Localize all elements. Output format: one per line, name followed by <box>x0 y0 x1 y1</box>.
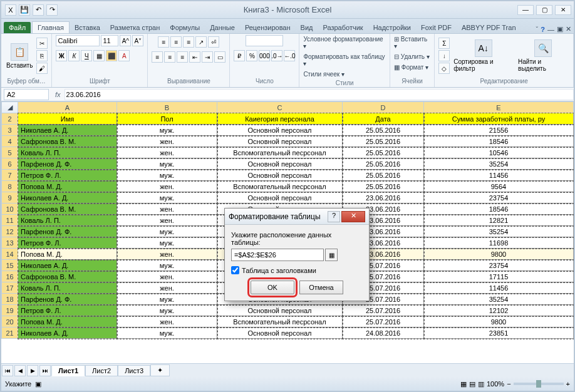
tab-data[interactable]: Данные <box>205 22 240 33</box>
dialog-help-button[interactable]: ? <box>328 211 340 222</box>
cell-category[interactable]: Основной персонал <box>217 305 343 316</box>
dialog-range-input[interactable] <box>231 249 324 261</box>
increase-decimal-button[interactable]: .0→ <box>271 50 282 61</box>
cell-name[interactable]: Коваль Л. П. <box>18 215 117 226</box>
row-header[interactable]: 4 <box>2 136 18 147</box>
tab-pagelayout[interactable]: Разметка стран <box>105 22 165 33</box>
cell-sex[interactable]: жен. <box>117 271 217 282</box>
cell-sum[interactable]: 23754 <box>424 260 574 271</box>
cell-name[interactable]: Петров Ф. Л. <box>18 305 117 316</box>
table-row[interactable]: 5Коваль Л. П.жен.Вспомогательный песрсон… <box>2 147 574 158</box>
cell-sum[interactable]: 35254 <box>424 294 574 305</box>
cell-sum[interactable]: 9800 <box>424 316 574 328</box>
delete-cells-button[interactable]: ⊟ Удалить ▾ <box>394 53 430 61</box>
excel-icon[interactable]: X <box>5 4 16 16</box>
cell-sum[interactable]: 10546 <box>424 147 574 158</box>
sheet-nav-next[interactable]: ▶ <box>27 365 38 376</box>
dialog-range-picker[interactable]: ▦ <box>325 249 338 261</box>
tab-formulas[interactable]: Формулы <box>165 22 205 33</box>
cell-name[interactable]: Парфенов Д. Ф. <box>18 158 117 170</box>
cell-sum[interactable]: 11456 <box>424 170 574 181</box>
tab-view[interactable]: Вид <box>296 22 318 33</box>
cut-button[interactable]: ✂ <box>36 38 48 49</box>
cell-name[interactable]: Николаев А. Д. <box>18 125 117 136</box>
cell-sex[interactable]: муж. <box>117 192 217 204</box>
cell-sex[interactable]: жен. <box>117 316 217 328</box>
cell-category[interactable]: Основной персонал <box>217 158 343 170</box>
cell-sex[interactable]: жен. <box>117 215 217 226</box>
redo-button[interactable]: ↷ <box>46 4 58 16</box>
zoom-level[interactable]: 100% <box>487 380 504 388</box>
cell-sex[interactable]: муж. <box>117 170 217 181</box>
col-header-e[interactable]: E <box>424 102 574 113</box>
cell-name[interactable]: Петров Ф. Л. <box>18 237 117 249</box>
font-size-select[interactable] <box>101 35 118 46</box>
cell-category[interactable]: Вспомогательный песрсонал <box>217 181 343 192</box>
align-middle-button[interactable]: ≡ <box>170 36 182 48</box>
align-bottom-button[interactable]: ≡ <box>183 36 194 48</box>
row-header[interactable]: 5 <box>2 147 18 158</box>
increase-indent-button[interactable]: ⇥ <box>202 51 213 63</box>
sheet-nav-last[interactable]: ⏭ <box>39 365 51 376</box>
col-header-a[interactable]: A <box>18 102 117 113</box>
dialog-close-button[interactable]: ✕ <box>341 211 365 222</box>
table-row[interactable]: 20Попова М. Д.жен.Вспомогательный песрсо… <box>2 316 574 328</box>
zoom-slider[interactable] <box>514 383 564 385</box>
maximize-button[interactable]: ▢ <box>536 5 552 15</box>
align-top-button[interactable]: ≡ <box>158 36 169 48</box>
format-cells-button[interactable]: ▦ Формат ▾ <box>394 63 428 71</box>
cell-name[interactable]: Петров Ф. Л. <box>18 170 117 181</box>
cell-date[interactable]: 25.05.2016 <box>343 147 424 158</box>
cell-date[interactable]: 25.05.2016 <box>343 136 424 147</box>
cell-sum[interactable]: 18546 <box>424 204 574 215</box>
sheet-tab-1[interactable]: Лист1 <box>51 365 85 376</box>
view-normal-icon[interactable]: ▦ <box>460 380 467 388</box>
cell-name[interactable]: Попова М. Д. <box>18 316 117 328</box>
cell-sum[interactable]: 11456 <box>424 282 574 294</box>
table-row[interactable]: 19Петров Ф. Л.муж.Основной персонал25.07… <box>2 305 574 316</box>
cell-sex[interactable]: муж. <box>117 237 217 249</box>
cell-sex[interactable]: муж. <box>117 305 217 316</box>
cell-date[interactable]: 24.08.2016 <box>343 328 424 339</box>
cell-sex[interactable]: жен. <box>117 136 217 147</box>
font-color-button[interactable]: A <box>118 50 130 61</box>
cell-category[interactable]: Основной персонал <box>217 125 343 136</box>
cell-sex[interactable]: муж. <box>117 158 217 170</box>
row-header[interactable]: 2 <box>2 113 18 125</box>
cell-category[interactable]: Основной персонал <box>217 170 343 181</box>
cell-sum[interactable]: 11698 <box>424 237 574 249</box>
cell-name[interactable]: Николаев А. Д. <box>18 192 117 204</box>
row-header[interactable]: 15 <box>2 260 18 271</box>
cell-name[interactable]: Коваль Л. П. <box>18 147 117 158</box>
clear-button[interactable]: ◇ <box>438 63 450 74</box>
table-row[interactable]: 9Николаев А. Д.муж.Основной персонал23.0… <box>2 192 574 204</box>
sort-filter-button[interactable]: A↓ Сортировка и фильтр <box>452 38 514 73</box>
insert-cells-button[interactable]: ⊞ Вставить ▾ <box>394 35 430 50</box>
decrease-decimal-button[interactable]: ←.0 <box>284 50 295 61</box>
tab-addins[interactable]: Надстройки <box>368 22 416 33</box>
close-button[interactable]: ✕ <box>555 5 571 15</box>
row-header[interactable]: 14 <box>2 249 18 260</box>
headers-checkbox-input[interactable] <box>231 266 239 274</box>
format-painter-button[interactable]: 🖌 <box>36 63 48 74</box>
help-icon[interactable]: ? <box>541 26 545 33</box>
row-header[interactable]: 3 <box>2 125 18 136</box>
fill-color-button[interactable]: ⬛ <box>106 50 117 61</box>
doc-restore-icon[interactable]: ▣ <box>557 25 563 33</box>
table-row[interactable]: 6Парфенов Д. Ф.муж.Основной персонал25.0… <box>2 158 574 170</box>
row-header[interactable]: 12 <box>2 226 18 237</box>
tab-insert[interactable]: Вставка <box>70 22 105 33</box>
sheet-tab-3[interactable]: Лист3 <box>118 365 150 376</box>
row-header[interactable]: 18 <box>2 294 18 305</box>
italic-button[interactable]: К <box>68 50 80 61</box>
cell-sex[interactable]: муж. <box>117 260 217 271</box>
cell-sum[interactable]: 23754 <box>424 192 574 204</box>
undo-button[interactable]: ↶ <box>33 4 44 16</box>
align-right-button[interactable]: ≡ <box>177 51 188 63</box>
cell-name[interactable]: Парфенов Д. Ф. <box>18 226 117 237</box>
paste-button[interactable]: 📋 Вставить <box>5 42 34 70</box>
table-header-row[interactable]: 2 Имя Пол Каиегория персонала Дата Сумма… <box>2 113 574 125</box>
cell-date[interactable]: 25.07.2016 <box>343 305 424 316</box>
cell-name[interactable]: Николаев А. Д. <box>18 260 117 271</box>
cell-sex[interactable]: муж. <box>117 328 217 339</box>
